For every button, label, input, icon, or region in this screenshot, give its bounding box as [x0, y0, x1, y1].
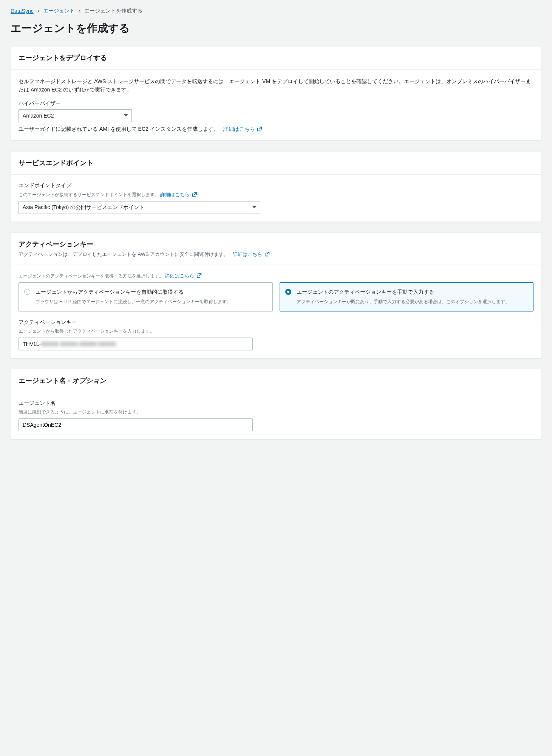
breadcrumb: DataSync › エージェント › エージェントを作成する	[11, 8, 541, 14]
endpoint-type-label: エンドポイントタイプ	[19, 182, 533, 189]
panel-activation-key: アクティベーションキー アクティベーションは、デプロイしたエージェントを AWS…	[11, 232, 541, 358]
activation-key-label: アクティベーションキー	[19, 319, 533, 326]
radio-auto-title: エージェントからアクティベーションキーを自動的に取得する	[36, 288, 266, 296]
external-link-icon	[196, 273, 202, 278]
radio-option-auto[interactable]: エージェントからアクティベーションキーを自動的に取得する ブラウザは HTTP …	[19, 282, 273, 311]
endpoint-select[interactable]: Asia Pacific (Tokyo) の公開サービスエンドポイント	[19, 201, 260, 214]
activation-sub: アクティベーションは、デプロイしたエージェントを AWS アカウントに安全に関連…	[19, 251, 229, 257]
page-title: エージェントを作成する	[11, 21, 541, 36]
external-link-icon	[192, 192, 197, 197]
breadcrumb-agents[interactable]: エージェント	[43, 8, 75, 14]
activation-key-input[interactable]: THV1L-XXXXX XXXXX XXXXX XXXXX	[19, 338, 253, 350]
radio-icon	[24, 289, 30, 295]
panel-deploy-agent: エージェントをデプロイする セルフマネージドストレージと AWS ストレージサー…	[11, 46, 541, 141]
activation-key-hint: エージェントから取得したアクティベーションキーを入力します。	[19, 328, 533, 335]
agent-name-label: エージェント名	[19, 400, 533, 407]
endpoint-type-hint: このエージェントが接続するサービスエンドポイントを選択します。	[19, 192, 159, 197]
radio-auto-desc: ブラウザは HTTP 経由でエージェントに接続し、一意のアクティベーションキーを…	[36, 298, 266, 305]
radio-manual-title: エージェントのアクティベーションキーを手動で入力する	[297, 288, 527, 296]
endpoint-learn-more-link[interactable]: 詳細はこちら	[160, 192, 197, 197]
deploy-below-text: ユーザーガイドに記載されている AMI を使用して EC2 インスタンスを作成し…	[19, 126, 219, 132]
deploy-description: セルフマネージドストレージと AWS ストレージサービスの間でデータを転送するに…	[19, 77, 533, 94]
chevron-right-icon: ›	[37, 8, 39, 14]
agent-name-hint: 簡単に識別できるように、エージェントに名前を付けます。	[19, 409, 533, 415]
panel-agent-name: エージェント名 - オプション エージェント名 簡単に識別できるように、エージェ…	[11, 369, 541, 439]
radio-option-manual[interactable]: エージェントのアクティベーションキーを手動で入力する アクティベーションキーが既…	[280, 282, 534, 311]
activation-learn-more-link[interactable]: 詳細はこちら	[233, 251, 270, 257]
chevron-right-icon: ›	[79, 8, 80, 14]
panel-activation-header: アクティベーションキー	[19, 240, 533, 249]
external-link-icon	[257, 126, 262, 132]
activation-key-hidden: XXXXX XXXXX XXXXX XXXXX	[41, 341, 116, 347]
external-link-icon	[264, 251, 270, 257]
activation-method-hint: エージェントのアクティベーションキーを取得する方法を選択します。	[19, 273, 164, 279]
activation-key-prefix: THV1L-	[23, 341, 41, 347]
panel-deploy-header: エージェントをデプロイする	[19, 53, 533, 62]
hypervisor-select[interactable]: Amazon EC2	[19, 109, 132, 122]
deploy-learn-more-link[interactable]: 詳細はこちら	[223, 126, 263, 132]
breadcrumb-current: エージェントを作成する	[84, 8, 142, 14]
panel-service-endpoint: サービスエンドポイント エンドポイントタイプ このエージェントが接続するサービス…	[11, 151, 541, 222]
radio-icon	[285, 289, 291, 295]
activation-method-learn-more-link[interactable]: 詳細はこちら	[165, 273, 202, 279]
radio-manual-desc: アクティベーションキーが既にあり、手動で入力する必要がある場合は、このオプション…	[297, 298, 527, 305]
hypervisor-value: Amazon EC2	[23, 113, 54, 119]
panel-endpoint-header: サービスエンドポイント	[19, 158, 533, 167]
breadcrumb-root[interactable]: DataSync	[11, 8, 34, 14]
agent-name-input[interactable]	[19, 418, 253, 431]
endpoint-value: Asia Pacific (Tokyo) の公開サービスエンドポイント	[23, 204, 144, 211]
hypervisor-label: ハイパーバイザー	[19, 100, 533, 107]
panel-agent-name-header: エージェント名 - オプション	[19, 376, 533, 385]
